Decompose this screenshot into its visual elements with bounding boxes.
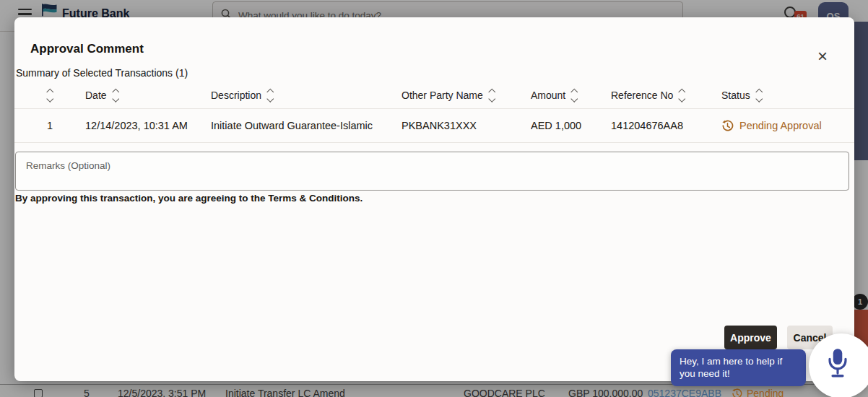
sort-icon xyxy=(680,90,685,102)
cell-other-party: PKBANK31XXX xyxy=(402,120,531,131)
sort-icon xyxy=(572,90,577,102)
cell-description: Initiate Outward Guarantee-Islamic xyxy=(211,120,402,131)
microphone-icon xyxy=(826,346,849,383)
terms-conditions-link[interactable]: Terms & Conditions. xyxy=(268,193,363,204)
sort-icon xyxy=(757,90,762,102)
approve-button[interactable]: Approve xyxy=(724,326,777,349)
close-icon[interactable]: × xyxy=(817,48,828,65)
remarks-input[interactable] xyxy=(15,152,849,191)
approval-comment-dialog: × Approval Comment Summary of Selected T… xyxy=(14,17,854,381)
sort-icon xyxy=(268,90,273,102)
table-row: 1 12/14/2023, 10:31 AM Initiate Outward … xyxy=(14,109,854,143)
column-header-date[interactable]: Date xyxy=(85,90,211,102)
transactions-table: Date Description Other Party Name Amount… xyxy=(14,82,854,143)
status-text: Pending Approval xyxy=(739,120,822,131)
column-header-amount[interactable]: Amount xyxy=(531,90,611,102)
voice-assistant-button[interactable] xyxy=(809,333,868,397)
cell-date: 12/14/2023, 10:31 AM xyxy=(85,120,211,131)
column-header-other-party[interactable]: Other Party Name xyxy=(402,90,531,102)
sort-icon xyxy=(490,90,495,102)
assistant-tooltip: Hey, I am here to help if you need it! xyxy=(671,349,806,386)
column-header-description[interactable]: Description xyxy=(211,90,402,102)
cell-number: 1 xyxy=(14,120,85,131)
column-sort-number[interactable] xyxy=(14,90,85,102)
column-header-reference[interactable]: Reference No xyxy=(611,90,721,102)
column-header-status[interactable]: Status xyxy=(721,90,854,102)
cell-status: Pending Approval xyxy=(721,120,854,132)
cell-amount: AED 1,000 xyxy=(531,120,611,131)
sort-icon xyxy=(48,90,53,102)
summary-label: Summary of Selected Transactions (1) xyxy=(16,67,188,79)
dialog-title: Approval Comment xyxy=(30,42,144,56)
sort-icon xyxy=(113,90,118,102)
terms-statement: By approving this transaction, you are a… xyxy=(15,193,363,204)
cell-reference: 141204676AA8 xyxy=(611,120,721,131)
table-header-row: Date Description Other Party Name Amount… xyxy=(14,82,854,109)
pending-clock-icon xyxy=(721,120,734,132)
